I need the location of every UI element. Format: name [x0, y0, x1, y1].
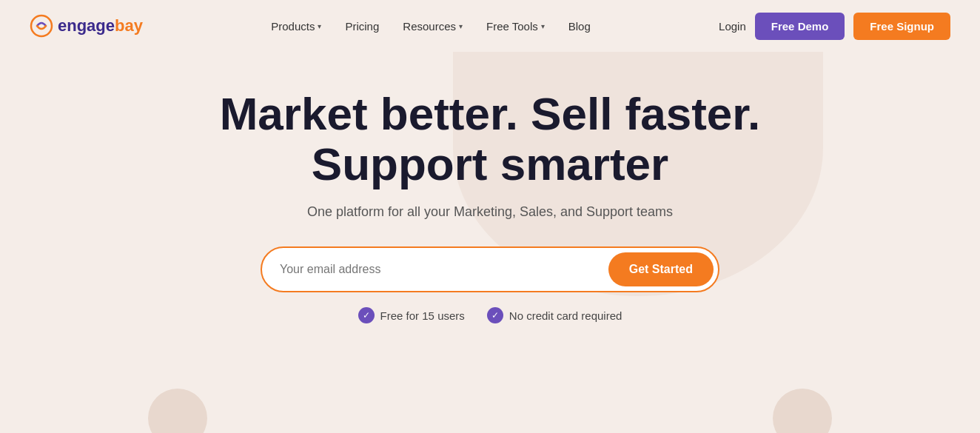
nav-links: Products ▾ Pricing Resources ▾ Free Tool… — [271, 20, 591, 33]
get-started-button[interactable]: Get Started — [608, 252, 714, 286]
hero-title-line1: Market better. Sell faster. — [220, 88, 761, 139]
chevron-down-icon-3: ▾ — [541, 22, 545, 30]
check-circle-icon-2: ✓ — [487, 307, 503, 323]
badge-free-users: ✓ Free for 15 users — [358, 307, 465, 323]
badge-no-credit-card: ✓ No credit card required — [487, 307, 622, 323]
logo-text: engagebay — [58, 16, 143, 36]
nav-pricing-label: Pricing — [345, 20, 379, 33]
nav-resources-label: Resources — [403, 20, 456, 33]
chevron-down-icon-2: ▾ — [459, 22, 463, 30]
free-demo-button[interactable]: Free Demo — [755, 13, 845, 40]
nav-products-label: Products — [271, 20, 315, 33]
logo[interactable]: engagebay — [30, 14, 143, 38]
navbar: engagebay Products ▾ Pricing Resources ▾… — [0, 0, 980, 52]
logo-icon — [30, 14, 53, 38]
nav-buttons: Login Free Demo Free Signup — [719, 13, 950, 40]
hero-title-line2: Support smarter — [312, 138, 668, 189]
trust-badges: ✓ Free for 15 users ✓ No credit card req… — [358, 307, 622, 323]
check-circle-icon-1: ✓ — [358, 307, 375, 323]
nav-item-resources[interactable]: Resources ▾ — [403, 20, 463, 33]
nav-free-tools-label: Free Tools — [486, 20, 538, 33]
nav-item-free-tools[interactable]: Free Tools ▾ — [486, 20, 545, 33]
free-signup-button[interactable]: Free Signup — [853, 13, 950, 40]
chevron-down-icon: ▾ — [318, 22, 321, 30]
hero-title: Market better. Sell faster. Support smar… — [220, 89, 761, 189]
badge-free-users-label: Free for 15 users — [380, 309, 465, 322]
svg-point-0 — [31, 16, 52, 36]
nav-item-blog[interactable]: Blog — [568, 20, 591, 33]
decorative-circle-left — [148, 389, 207, 433]
email-form: Get Started — [261, 246, 719, 292]
hero-subtitle: One platform for all your Marketing, Sal… — [307, 204, 673, 220]
nav-blog-label: Blog — [568, 20, 591, 33]
hero-section: Market better. Sell faster. Support smar… — [0, 52, 980, 323]
login-button[interactable]: Login — [719, 20, 746, 33]
nav-item-products[interactable]: Products ▾ — [271, 20, 321, 33]
logo-bay: bay — [115, 16, 143, 35]
logo-engage: engage — [58, 16, 115, 35]
email-input[interactable] — [280, 263, 601, 276]
nav-item-pricing[interactable]: Pricing — [345, 20, 379, 33]
badge-no-credit-card-label: No credit card required — [509, 309, 622, 322]
decorative-circle-right — [773, 389, 832, 433]
